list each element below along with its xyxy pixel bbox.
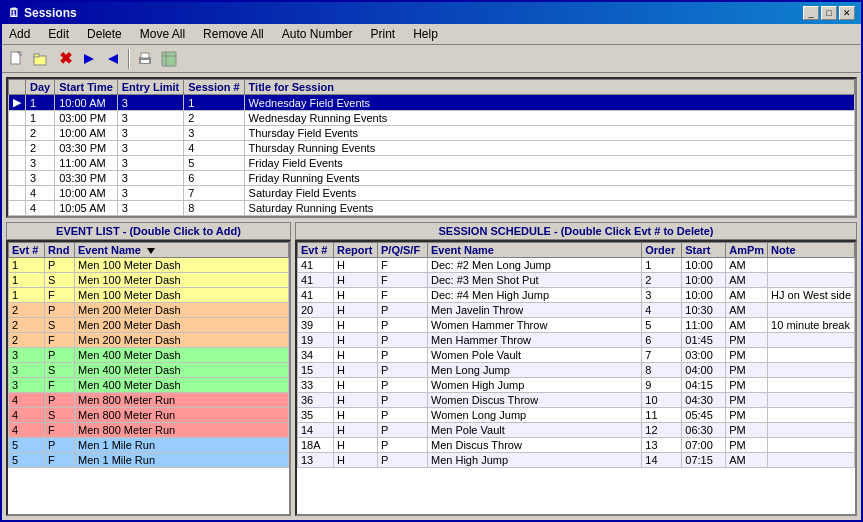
schedule-row[interactable]: 41 H F Dec: #2 Men Long Jump 1 10:00 AM (298, 258, 855, 273)
session-num: 3 (184, 126, 244, 141)
sc-start: 07:15 (682, 453, 726, 468)
event-list-row[interactable]: 3 P Men 400 Meter Dash (9, 348, 289, 363)
el-rnd: F (45, 453, 75, 468)
session-row[interactable]: 4 10:05 AM 3 8 Saturday Running Events (9, 201, 855, 216)
el-name: Men 400 Meter Dash (75, 348, 289, 363)
menu-move-all[interactable]: Move All (137, 26, 188, 42)
event-list-row[interactable]: 1 F Men 100 Meter Dash (9, 288, 289, 303)
session-row[interactable]: 1 03:00 PM 3 2 Wednesday Running Events (9, 111, 855, 126)
sc-name: Men Discus Throw (428, 438, 642, 453)
sc-order: 5 (642, 318, 682, 333)
sc-report: H (334, 378, 378, 393)
el-rnd: S (45, 273, 75, 288)
session-day: 1 (26, 95, 55, 111)
maximize-button[interactable]: □ (821, 6, 837, 20)
el-evt: 2 (9, 303, 45, 318)
session-entry-limit: 3 (117, 171, 183, 186)
sc-order: 14 (642, 453, 682, 468)
session-row[interactable]: 2 03:30 PM 3 4 Thursday Running Events (9, 141, 855, 156)
el-evt: 4 (9, 423, 45, 438)
session-num: 4 (184, 141, 244, 156)
session-row[interactable]: 3 11:00 AM 3 5 Friday Field Events (9, 156, 855, 171)
el-evt: 4 (9, 393, 45, 408)
open-button[interactable] (30, 48, 52, 70)
schedule-row[interactable]: 18A H P Men Discus Throw 13 07:00 PM (298, 438, 855, 453)
schedule-row[interactable]: 39 H P Women Hammer Throw 5 11:00 AM 10 … (298, 318, 855, 333)
event-list-title: EVENT LIST - (Double Click to Add) (6, 222, 291, 240)
el-name: Men 400 Meter Dash (75, 363, 289, 378)
sc-col-start: Start (682, 243, 726, 258)
event-list-row[interactable]: 2 P Men 200 Meter Dash (9, 303, 289, 318)
sc-start: 10:00 (682, 273, 726, 288)
event-list-row[interactable]: 1 S Men 100 Meter Dash (9, 273, 289, 288)
schedule-row[interactable]: 13 H P Men High Jump 14 07:15 AM (298, 453, 855, 468)
schedule-table-wrapper[interactable]: Evt # Report P/Q/S/F Event Name Order St… (295, 240, 857, 516)
event-list-row[interactable]: 4 S Men 800 Meter Run (9, 408, 289, 423)
schedule-row[interactable]: 14 H P Men Pole Vault 12 06:30 PM (298, 423, 855, 438)
event-list-row[interactable]: 5 P Men 1 Mile Run (9, 438, 289, 453)
sc-evt: 18A (298, 438, 334, 453)
move-right-button[interactable] (78, 48, 100, 70)
session-row[interactable]: 3 03:30 PM 3 6 Friday Running Events (9, 171, 855, 186)
schedule-row[interactable]: 20 H P Men Javelin Throw 4 10:30 AM (298, 303, 855, 318)
menu-print[interactable]: Print (368, 26, 399, 42)
delete-button[interactable]: ✖ (54, 48, 76, 70)
schedule-row[interactable]: 19 H P Men Hammer Throw 6 01:45 PM (298, 333, 855, 348)
event-list-row[interactable]: 1 P Men 100 Meter Dash (9, 258, 289, 273)
schedule-row[interactable]: 41 H F Dec: #3 Men Shot Put 2 10:00 AM (298, 273, 855, 288)
sc-start: 06:30 (682, 423, 726, 438)
schedule-row[interactable]: 33 H P Women High Jump 9 04:15 PM (298, 378, 855, 393)
minimize-button[interactable]: _ (803, 6, 819, 20)
el-rnd: S (45, 363, 75, 378)
toolbar-separator-1 (128, 49, 130, 69)
menu-edit[interactable]: Edit (45, 26, 72, 42)
sc-evt: 20 (298, 303, 334, 318)
sc-order: 10 (642, 393, 682, 408)
session-entry-limit: 3 (117, 156, 183, 171)
sc-ampm: PM (726, 438, 768, 453)
export-button[interactable] (158, 48, 180, 70)
session-entry-limit: 3 (117, 186, 183, 201)
sc-report: H (334, 363, 378, 378)
schedule-row[interactable]: 34 H P Women Pole Vault 7 03:00 PM (298, 348, 855, 363)
new-button[interactable] (6, 48, 28, 70)
sc-ampm: AM (726, 453, 768, 468)
schedule-title: SESSION SCHEDULE - (Double Click Evt # t… (295, 222, 857, 240)
event-list-row[interactable]: 3 S Men 400 Meter Dash (9, 363, 289, 378)
sc-ampm: PM (726, 348, 768, 363)
schedule-row[interactable]: 15 H P Men Long Jump 8 04:00 PM (298, 363, 855, 378)
menu-remove-all[interactable]: Remove All (200, 26, 267, 42)
session-title: Saturday Field Events (244, 186, 854, 201)
move-left-button[interactable] (102, 48, 124, 70)
sc-note (768, 273, 855, 288)
row-indicator (9, 141, 26, 156)
menu-add[interactable]: Add (6, 26, 33, 42)
menu-auto-number[interactable]: Auto Number (279, 26, 356, 42)
session-row[interactable]: ▶ 1 10:00 AM 3 1 Wednesday Field Events (9, 95, 855, 111)
menu-delete[interactable]: Delete (84, 26, 125, 42)
schedule-row[interactable]: 36 H P Women Discus Throw 10 04:30 PM (298, 393, 855, 408)
event-list-row[interactable]: 2 F Men 200 Meter Dash (9, 333, 289, 348)
event-list-row[interactable]: 2 S Men 200 Meter Dash (9, 318, 289, 333)
event-list-row[interactable]: 3 F Men 400 Meter Dash (9, 378, 289, 393)
event-list-row[interactable]: 4 P Men 800 Meter Run (9, 393, 289, 408)
close-button[interactable]: ✕ (839, 6, 855, 20)
el-name: Men 100 Meter Dash (75, 258, 289, 273)
print-button[interactable] (134, 48, 156, 70)
event-list-row[interactable]: 4 F Men 800 Meter Run (9, 423, 289, 438)
event-list-table-wrapper[interactable]: Evt # Rnd Event Name 1 P Men 100 Meter D… (6, 240, 291, 516)
event-list-row[interactable]: 5 F Men 1 Mile Run (9, 453, 289, 468)
menu-help[interactable]: Help (410, 26, 441, 42)
sc-start: 10:30 (682, 303, 726, 318)
el-name: Men 400 Meter Dash (75, 378, 289, 393)
schedule-row[interactable]: 41 H F Dec: #4 Men High Jump 3 10:00 AM … (298, 288, 855, 303)
svg-rect-9 (162, 52, 176, 66)
schedule-row[interactable]: 35 H P Women Long Jump 11 05:45 PM (298, 408, 855, 423)
sc-ampm: PM (726, 333, 768, 348)
row-indicator (9, 156, 26, 171)
session-row[interactable]: 4 10:00 AM 3 7 Saturday Field Events (9, 186, 855, 201)
el-name: Men 100 Meter Dash (75, 273, 289, 288)
sc-start: 10:00 (682, 288, 726, 303)
sc-note (768, 408, 855, 423)
session-row[interactable]: 2 10:00 AM 3 3 Thursday Field Events (9, 126, 855, 141)
